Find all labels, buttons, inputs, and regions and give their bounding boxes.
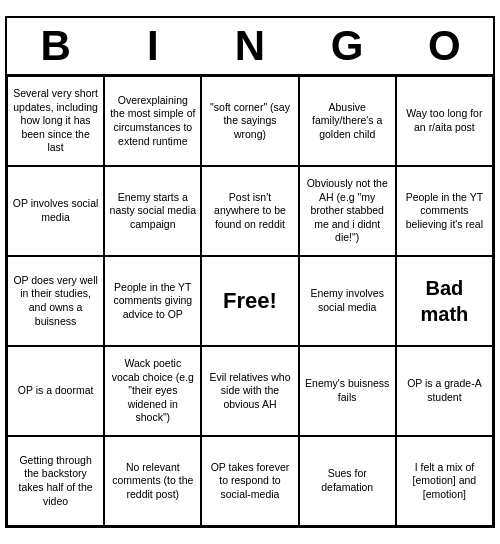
cell-11[interactable]: People in the YT comments giving advice …: [104, 256, 201, 346]
bingo-header: B I N G O: [7, 18, 493, 76]
cell-9[interactable]: People in the YT comments believing it's…: [396, 166, 493, 256]
cell-12-free[interactable]: Free!: [201, 256, 298, 346]
letter-o: O: [399, 22, 489, 70]
cell-10[interactable]: OP does very well in their studies, and …: [7, 256, 104, 346]
letter-n: N: [205, 22, 295, 70]
cell-22[interactable]: OP takes forever to respond to social-me…: [201, 436, 298, 526]
cell-13[interactable]: Enemy involves social media: [299, 256, 396, 346]
letter-i: I: [108, 22, 198, 70]
cell-14[interactable]: Bad math: [396, 256, 493, 346]
bingo-card: B I N G O Several very short updates, in…: [5, 16, 495, 528]
bingo-grid: Several very short updates, including ho…: [7, 76, 493, 526]
cell-17[interactable]: Evil relatives who side with the obvious…: [201, 346, 298, 436]
cell-21[interactable]: No relevant comments (to the reddit post…: [104, 436, 201, 526]
cell-6[interactable]: Enemy starts a nasty social media campai…: [104, 166, 201, 256]
letter-b: B: [11, 22, 101, 70]
cell-23[interactable]: Sues for defamation: [299, 436, 396, 526]
cell-24[interactable]: I felt a mix of [emotion] and [emotion]: [396, 436, 493, 526]
cell-16[interactable]: Wack poetic vocab choice (e.g "their eye…: [104, 346, 201, 436]
cell-15[interactable]: OP is a doormat: [7, 346, 104, 436]
cell-2[interactable]: "soft corner" (say the sayings wrong): [201, 76, 298, 166]
cell-1[interactable]: Overexplaining the most simple of circum…: [104, 76, 201, 166]
cell-20[interactable]: Getting through the backstory takes half…: [7, 436, 104, 526]
cell-18[interactable]: Enemy's buisness fails: [299, 346, 396, 436]
cell-3[interactable]: Abusive family/there's a golden child: [299, 76, 396, 166]
cell-4[interactable]: Way too long for an r/aita post: [396, 76, 493, 166]
cell-0[interactable]: Several very short updates, including ho…: [7, 76, 104, 166]
cell-5[interactable]: OP involves social media: [7, 166, 104, 256]
cell-8[interactable]: Obviously not the AH (e.g "my brother st…: [299, 166, 396, 256]
cell-7[interactable]: Post isn't anywhere to be found on reddi…: [201, 166, 298, 256]
cell-19[interactable]: OP is a grade-A student: [396, 346, 493, 436]
letter-g: G: [302, 22, 392, 70]
